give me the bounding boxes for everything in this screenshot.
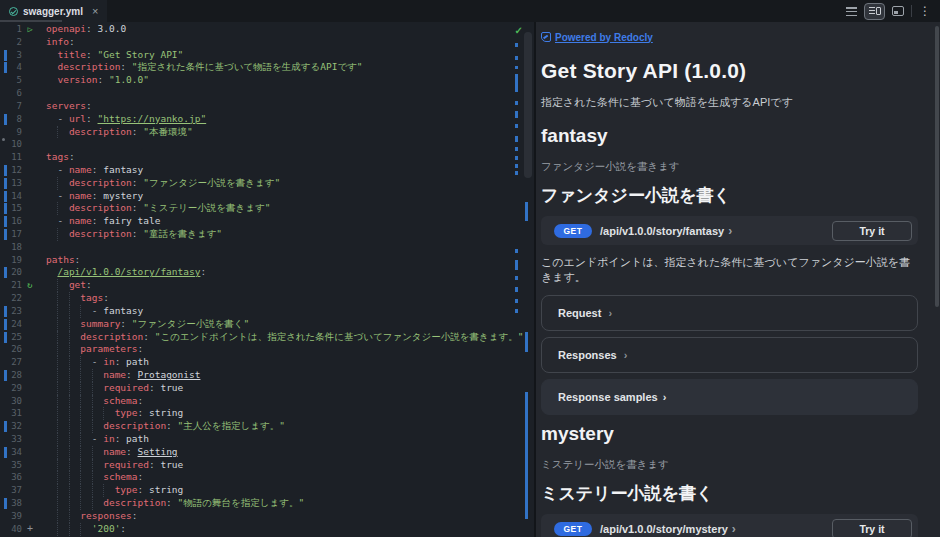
code-line[interactable]: 35 required: true <box>0 459 534 472</box>
endpoint-path: /api/v1.0.0/story/fantasy <box>600 225 724 237</box>
code-line[interactable]: 38 description: "物語の舞台を指定します。" <box>0 497 534 510</box>
preview-layout-pane-icon <box>876 7 881 15</box>
code-text: version: "1.0.0" <box>46 74 149 85</box>
code-line[interactable]: 21↻ get: <box>0 279 534 292</box>
actions-divider <box>911 5 912 17</box>
code-line[interactable]: 26 parameters: <box>0 343 534 356</box>
modified-line-marker <box>4 421 7 432</box>
code-line[interactable]: 2info: <box>0 36 534 49</box>
endpoint-bar-mystery[interactable]: GET /api/v1.0.0/story/mystery › Try it <box>541 514 918 537</box>
code-line[interactable]: 28 name: Protagonist <box>0 369 534 382</box>
try-it-button[interactable]: Try it <box>832 519 912 537</box>
code-line[interactable]: 39 responses: <box>0 510 534 523</box>
modified-line-marker <box>4 75 7 86</box>
code-line[interactable]: 9 description: "本番環境" <box>0 126 534 139</box>
editor-scrollbar-thumb[interactable] <box>524 32 532 178</box>
operation-description: このエンドポイントは、指定された条件に基づいてファンタジー小説を書きます。 <box>541 255 918 285</box>
modified-line-marker <box>4 524 7 535</box>
powered-by-redocly-link[interactable]: Powered by Redocly <box>541 32 653 43</box>
code-text: description: "童話を書きます" <box>46 228 222 239</box>
gutter-dot <box>2 138 5 141</box>
refresh-icon[interactable]: ↻ <box>27 280 32 290</box>
endpoint-path: /api/v1.0.0/story/mystery <box>600 523 728 535</box>
code-text: - in: path <box>46 356 149 367</box>
code-line[interactable]: 32 description: "主人公を指定します。" <box>0 420 534 433</box>
code-line[interactable]: 10 <box>0 138 534 151</box>
modified-line-marker <box>4 280 7 291</box>
code-line[interactable]: 16 - name: fairy tale <box>0 215 534 228</box>
code-line[interactable]: 30 schema: <box>0 395 534 408</box>
code-line[interactable]: 17 description: "童話を書きます" <box>0 228 534 241</box>
play-icon[interactable]: ▷ <box>27 24 32 34</box>
code-text: schema: <box>46 471 143 482</box>
request-panel[interactable]: Request › <box>541 295 918 331</box>
modified-line-marker <box>4 434 7 445</box>
close-icon[interactable]: × <box>92 6 98 17</box>
code-line[interactable]: 25 description: "このエンドポイントは、指定された条件に基づいて… <box>0 331 534 344</box>
chevron-right-icon: › <box>728 224 732 238</box>
glyph-margin: ▷ <box>22 23 38 36</box>
modified-line-marker <box>4 472 7 483</box>
ruler-mark <box>515 111 518 118</box>
more-actions-icon[interactable]: ⋮ <box>919 5 931 17</box>
code-line[interactable]: 14 - name: mystery <box>0 190 534 203</box>
modified-line-marker <box>4 498 7 509</box>
code-text: description: "このエンドポイントは、指定された条件に基づいてファン… <box>46 331 523 342</box>
code-line[interactable]: 40+ '200': <box>0 523 534 536</box>
code-line[interactable]: 5 version: "1.0.0" <box>0 74 534 87</box>
code-line[interactable]: 13 description: "ファンタジー小説を書きます" <box>0 177 534 190</box>
code-line[interactable]: 34 name: Setting <box>0 446 534 459</box>
code-line[interactable]: 3 title: "Get Story API" <box>0 49 534 62</box>
modified-line-marker <box>4 357 7 368</box>
tag-description: ミステリー小説を書きます <box>541 458 918 472</box>
ruler-mark <box>515 309 518 313</box>
code-text: name: Protagonist <box>46 369 200 380</box>
ruler-mark <box>525 332 528 352</box>
modified-line-marker <box>4 242 7 253</box>
code-line[interactable]: 7servers: <box>0 100 534 113</box>
modified-line-marker <box>4 267 7 278</box>
code-line[interactable]: 6 <box>0 87 534 100</box>
code-line[interactable]: 36 schema: <box>0 471 534 484</box>
code-line[interactable]: 33 - in: path <box>0 433 534 446</box>
powered-by-label: Powered by Redocly <box>555 32 653 43</box>
code-line[interactable]: 4 description: "指定された条件に基づいて物語を生成するAPIです… <box>0 61 534 74</box>
tab-swagger-yml[interactable]: swagger.yml × <box>0 0 107 22</box>
code-line[interactable]: 37 type: string <box>0 484 534 497</box>
code-text: servers: <box>46 100 92 111</box>
modified-line-marker <box>4 319 7 330</box>
code-line[interactable]: 29 required: true <box>0 382 534 395</box>
modified-line-marker <box>4 165 7 176</box>
code-line[interactable]: 8 - url: "https://nyanko.jp" <box>0 113 534 126</box>
overview-ruler[interactable] <box>518 22 534 537</box>
code-line[interactable]: 23 - fantasy <box>0 305 534 318</box>
ruler-mark <box>515 101 518 105</box>
glyph-margin: + <box>22 523 38 536</box>
code-line[interactable]: 15 description: "ミステリー小説を書きます" <box>0 202 534 215</box>
code-line[interactable]: 1▷openapi: 3.0.0 <box>0 23 534 36</box>
code-line[interactable]: 22 tags: <box>0 292 534 305</box>
code-line[interactable]: 24 summary: "ファンタジー小説を書く" <box>0 318 534 331</box>
code-line[interactable]: 31 type: string <box>0 407 534 420</box>
preview-scrollbar[interactable] <box>935 26 939 307</box>
code-line[interactable]: 20 /api/v1.0.0/story/fantasy: <box>0 266 534 279</box>
plus-icon[interactable]: + <box>27 523 33 534</box>
code-editor[interactable]: 1▷openapi: 3.0.02info:3 title: "Get Stor… <box>0 22 534 537</box>
panel-label: Responses <box>558 349 617 361</box>
code-line[interactable]: 11tags: <box>0 151 534 164</box>
modified-line-marker <box>4 178 7 189</box>
preview-layout-icon[interactable] <box>864 3 885 20</box>
outline-icon[interactable] <box>846 7 857 16</box>
endpoint-bar-fantasy[interactable]: GET /api/v1.0.0/story/fantasy › Try it <box>541 216 918 245</box>
code-line[interactable]: 12 - name: fantasy <box>0 164 534 177</box>
open-preview-window-icon[interactable] <box>892 6 904 16</box>
try-it-button[interactable]: Try it <box>832 221 912 241</box>
responses-panel[interactable]: Responses › <box>541 337 918 373</box>
code-line[interactable]: 27 - in: path <box>0 356 534 369</box>
ruler-mark <box>515 249 518 253</box>
response-samples-panel[interactable]: Response samples › <box>541 379 918 415</box>
tag-heading-mystery: mystery <box>541 423 918 445</box>
code-text: info: <box>46 36 75 47</box>
code-line[interactable]: 19paths: <box>0 254 534 267</box>
code-line[interactable]: 18 <box>0 241 534 254</box>
